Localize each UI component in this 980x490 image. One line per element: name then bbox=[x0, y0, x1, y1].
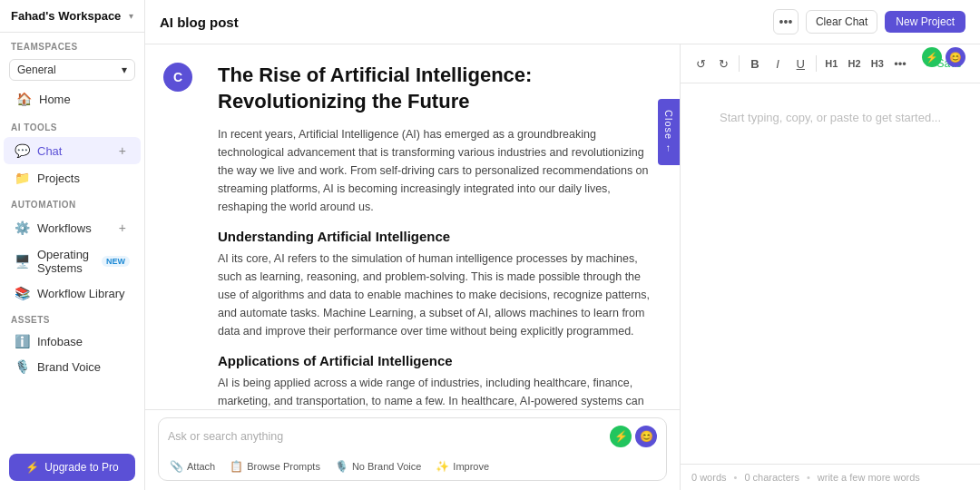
browse-prompts-button[interactable]: 📋 Browse Prompts bbox=[226, 458, 324, 475]
infobase-icon: ℹ️ bbox=[15, 334, 30, 348]
right-panel-content: ⚡ 😊 Start typing, copy, or paste to get … bbox=[681, 83, 980, 464]
underline-icon: U bbox=[797, 57, 805, 71]
browse-prompts-icon: 📋 bbox=[230, 460, 243, 473]
more-icon: ••• bbox=[779, 15, 793, 29]
chevron-down-icon: ▾ bbox=[129, 11, 133, 21]
undo-icon: ↺ bbox=[696, 57, 706, 71]
workspace-header[interactable]: Fahad's Workspace ▾ bbox=[0, 0, 144, 33]
toolbar-separator-2 bbox=[816, 55, 817, 72]
section2-title: Applications of Artificial Intelligence bbox=[218, 353, 652, 368]
projects-label: Projects bbox=[37, 172, 80, 185]
clear-chat-button[interactable]: Clear Chat bbox=[806, 10, 877, 34]
os-new-badge: NEW bbox=[102, 256, 130, 267]
h3-button[interactable]: H3 bbox=[867, 52, 887, 75]
right-panel-placeholder: Start typing, copy, or paste to get star… bbox=[720, 111, 941, 124]
section1-body: AI its core, AI refers to the simulation… bbox=[218, 250, 652, 340]
sidebar: Fahad's Workspace ▾ Teamspaces General ▾… bbox=[0, 0, 145, 490]
sidebar-item-infobase[interactable]: ℹ️ Infobase bbox=[4, 329, 141, 353]
automation-section-label: Automation bbox=[0, 191, 144, 213]
close-panel-button[interactable]: Close ← bbox=[658, 99, 680, 165]
document-intro: In recent years, Artificial Intelligence… bbox=[218, 125, 652, 216]
brand-voice-icon: 🎙️ bbox=[15, 359, 30, 374]
ai-tools-section-label: AI Tools bbox=[0, 113, 144, 136]
right-panel-footer: 0 words • 0 characters • write a few mor… bbox=[681, 464, 980, 490]
workflow-library-icon: 📚 bbox=[15, 286, 30, 300]
right-panel: ↺ ↻ B I U H1 H2 H3 ••• bbox=[681, 44, 980, 490]
more-format-button[interactable]: ••• bbox=[890, 52, 909, 75]
workflows-icon: ⚙️ bbox=[15, 220, 30, 235]
section2-body: AI is being applied across a wide range … bbox=[218, 374, 652, 409]
redo-icon: ↻ bbox=[719, 57, 729, 71]
upgrade-label: Upgrade to Pro bbox=[44, 461, 118, 474]
general-chevron-icon: ▾ bbox=[122, 64, 127, 76]
h1-button[interactable]: H1 bbox=[822, 52, 841, 75]
assets-section-label: Assets bbox=[0, 306, 144, 328]
avatar: C bbox=[163, 63, 192, 92]
chat-item-left: 💬 Chat bbox=[15, 143, 62, 158]
sidebar-item-workflow-library[interactable]: 📚 Workflow Library bbox=[4, 281, 141, 305]
redo-button[interactable]: ↻ bbox=[714, 52, 733, 75]
document-editor: C The Rise of Artificial Intelligence: R… bbox=[145, 44, 681, 490]
wl-item-left: 📚 Workflow Library bbox=[15, 286, 125, 300]
workflow-library-label: Workflow Library bbox=[37, 287, 125, 300]
infobase-item-left: ℹ️ Infobase bbox=[15, 334, 83, 348]
general-select[interactable]: General ▾ bbox=[9, 59, 135, 81]
no-brand-voice-button[interactable]: 🎙️ No Brand Voice bbox=[331, 458, 425, 475]
footer-dot-2: • bbox=[807, 472, 810, 483]
projects-icon: 📁 bbox=[15, 171, 30, 185]
infobase-label: Infobase bbox=[37, 335, 83, 348]
workspace-name: Fahad's Workspace bbox=[11, 9, 121, 23]
improve-icon: ✨ bbox=[436, 460, 449, 473]
italic-button[interactable]: I bbox=[768, 52, 787, 75]
bold-button[interactable]: B bbox=[745, 52, 764, 75]
attach-button[interactable]: 📎 Attach bbox=[166, 458, 219, 475]
more-format-icon: ••• bbox=[894, 57, 906, 71]
underline-button[interactable]: U bbox=[791, 52, 810, 75]
chat-input-box: ⚡ 😊 📎 Attach 📋 Browse Prom bbox=[158, 417, 667, 481]
upgrade-button[interactable]: ⚡ Upgrade to Pro bbox=[9, 454, 135, 481]
chat-search-input[interactable] bbox=[168, 430, 610, 443]
workflows-label: Workflows bbox=[37, 221, 92, 235]
os-icon: 🖥️ bbox=[15, 254, 30, 269]
sidebar-item-workflows[interactable]: ⚙️ Workflows + bbox=[4, 214, 141, 241]
content-area: C The Rise of Artificial Intelligence: R… bbox=[145, 44, 980, 490]
os-label: Operating Systems bbox=[37, 248, 102, 275]
sidebar-item-projects[interactable]: 📁 Projects bbox=[4, 166, 141, 190]
sidebar-item-operating-systems[interactable]: 🖥️ Operating Systems NEW bbox=[4, 243, 141, 279]
footer-dot-1: • bbox=[734, 472, 738, 483]
toolbar-separator-1 bbox=[739, 55, 740, 72]
more-options-button[interactable]: ••• bbox=[773, 9, 799, 34]
main-content: AI blog post ••• Clear Chat New Project … bbox=[145, 0, 980, 490]
chat-label: Chat bbox=[37, 144, 62, 158]
attach-label: Attach bbox=[187, 461, 215, 472]
sidebar-item-chat[interactable]: 💬 Chat + bbox=[4, 137, 141, 164]
home-label: Home bbox=[39, 93, 71, 106]
h2-button[interactable]: H2 bbox=[845, 52, 864, 75]
document-content: C The Rise of Artificial Intelligence: R… bbox=[145, 44, 680, 409]
document-body: The Rise of Artificial Intelligence: Rev… bbox=[218, 63, 652, 409]
general-label: General bbox=[17, 64, 56, 76]
chat-purple-icon[interactable]: 😊 bbox=[635, 426, 657, 447]
workflows-add-button[interactable]: + bbox=[115, 219, 130, 237]
words-count: 0 words bbox=[691, 472, 727, 483]
brand-voice-action-icon: 🎙️ bbox=[335, 460, 348, 473]
improve-button[interactable]: ✨ Improve bbox=[432, 458, 493, 475]
italic-icon: I bbox=[776, 57, 779, 71]
attach-icon: 📎 bbox=[170, 460, 183, 473]
sidebar-item-brand-voice[interactable]: 🎙️ Brand Voice bbox=[4, 355, 141, 378]
write-suggestion: write a few more words bbox=[818, 472, 920, 483]
top-bar-actions: ••• Clear Chat New Project bbox=[773, 9, 965, 34]
chat-input-row: ⚡ 😊 bbox=[159, 418, 666, 455]
chat-green-icon[interactable]: ⚡ bbox=[610, 426, 632, 447]
chat-icons-row: 📎 Attach 📋 Browse Prompts 🎙️ No Brand Vo… bbox=[159, 455, 666, 480]
sidebar-item-home[interactable]: 🏠 Home bbox=[5, 86, 139, 112]
teamspaces-label: Teamspaces bbox=[0, 33, 144, 55]
brand-voice-label: Brand Voice bbox=[37, 360, 101, 374]
new-project-button[interactable]: New Project bbox=[885, 11, 965, 33]
top-bar: AI blog post ••• Clear Chat New Project bbox=[145, 0, 980, 44]
right-green-icon[interactable]: ⚡ bbox=[922, 47, 942, 67]
chat-add-button[interactable]: + bbox=[115, 142, 130, 160]
undo-button[interactable]: ↺ bbox=[691, 52, 710, 75]
browse-prompts-label: Browse Prompts bbox=[247, 461, 320, 472]
right-purple-icon[interactable]: 😊 bbox=[946, 47, 965, 67]
